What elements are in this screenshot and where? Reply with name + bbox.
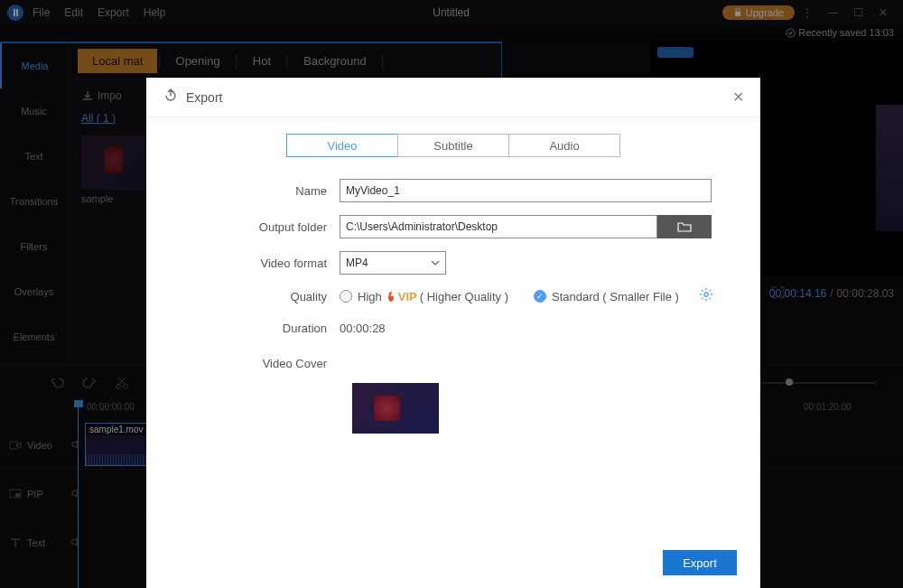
export-dialog: Export ✕ Video Subtitle Audio Name Outpu… <box>146 78 760 588</box>
dialog-header: Export ✕ <box>146 78 760 117</box>
format-label: Video format <box>177 257 340 270</box>
chevron-down-icon <box>431 258 440 267</box>
tab-video[interactable]: Video <box>286 134 398 157</box>
duration-value: 00:00:28 <box>340 322 386 335</box>
video-format-select[interactable]: MP4 <box>340 251 446 275</box>
folder-icon <box>677 220 692 233</box>
close-icon[interactable]: ✕ <box>732 89 744 106</box>
name-input[interactable] <box>340 179 712 202</box>
quality-standard-option[interactable]: Standard ( Smaller File ) <box>534 290 679 303</box>
export-button[interactable]: Export <box>663 550 737 575</box>
tab-subtitle[interactable]: Subtitle <box>397 134 509 157</box>
output-folder-input[interactable] <box>340 215 657 238</box>
video-cover-thumbnail[interactable] <box>352 383 439 434</box>
tab-audio[interactable]: Audio <box>508 134 620 157</box>
vip-badge: VIP <box>385 290 417 303</box>
export-icon <box>163 88 179 107</box>
gear-icon <box>699 287 713 302</box>
folder-label: Output folder <box>177 220 340 234</box>
name-label: Name <box>177 184 340 198</box>
browse-folder-button[interactable] <box>657 215 712 238</box>
radio-unchecked-icon <box>340 290 352 303</box>
cover-label: Video Cover <box>177 357 340 370</box>
export-tabs: Video Subtitle Audio <box>177 134 730 157</box>
quality-high-option[interactable]: High VIP ( Higher Quality ) <box>340 290 508 303</box>
quality-settings-button[interactable] <box>699 287 713 305</box>
radio-checked-icon <box>534 290 546 303</box>
quality-label: Quality <box>177 290 340 303</box>
format-value: MP4 <box>346 257 368 269</box>
flame-icon <box>385 290 397 303</box>
duration-label: Duration <box>177 322 340 335</box>
svg-point-9 <box>704 293 708 296</box>
dialog-title: Export <box>186 90 732 105</box>
